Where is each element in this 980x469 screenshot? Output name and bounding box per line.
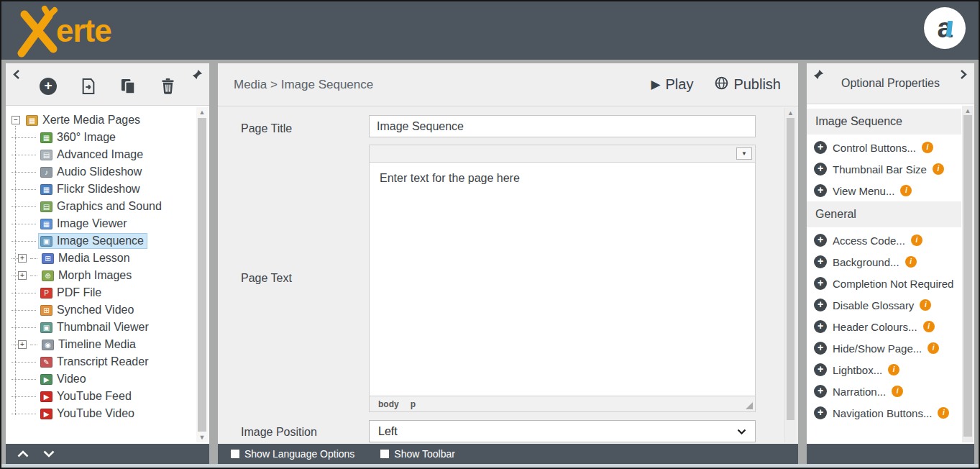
tree-item-image-viewer[interactable]: ▦Image Viewer — [12, 215, 191, 232]
tree-expand-icon[interactable]: + — [18, 340, 27, 349]
collapse-right-icon[interactable] — [959, 69, 968, 82]
tree-item-timeline-media[interactable]: +◉Timeline Media — [12, 336, 191, 353]
publish-button[interactable]: Publish — [715, 76, 781, 94]
tree-item-360-image[interactable]: ▦360° Image — [12, 129, 191, 146]
apereo-logo[interactable]: a — [924, 7, 966, 49]
tree-item-video[interactable]: ▶Video — [12, 370, 191, 388]
page-text-label: Page Text — [241, 272, 292, 285]
tree-item-pdf-file[interactable]: PPDF File — [12, 284, 191, 301]
audio-slideshow-icon: ♪ — [40, 167, 52, 178]
info-icon[interactable]: i — [923, 321, 935, 332]
property-item-disable-glossary[interactable]: +Disable Glossaryi — [807, 294, 974, 316]
play-button[interactable]: ▶ Play — [651, 76, 693, 93]
editor-scrollbar[interactable]: ▲ — [784, 108, 796, 442]
tree-item-label: Timeline Media — [58, 338, 136, 351]
tree-item-synched-video[interactable]: ⊞Synched Video — [12, 301, 191, 319]
tree-item-transcript-reader[interactable]: ✎Transcript Reader — [12, 353, 191, 370]
tree-item-graphics-and-sound[interactable]: ▤Graphics and Sound — [12, 198, 191, 215]
tree-item-audio-slideshow[interactable]: ♪Audio Slideshow — [12, 163, 191, 181]
tree-item-image-sequence[interactable]: ▣Image Sequence — [12, 232, 191, 250]
scrollbar-thumb[interactable] — [787, 118, 794, 420]
properties-scrollbar[interactable]: ▲ — [962, 106, 974, 442]
show-language-options-checkbox[interactable]: Show Language Options — [231, 448, 354, 460]
info-icon[interactable]: i — [905, 256, 917, 268]
property-item-control-buttons[interactable]: +Control Buttons...i — [807, 137, 974, 158]
scroll-up-icon[interactable]: ▲ — [196, 108, 208, 117]
property-item-navigation-buttons[interactable]: +Navigation Buttons...i — [807, 402, 974, 424]
tree-guide-line — [12, 310, 36, 311]
property-item-background[interactable]: +Background...i — [807, 251, 974, 273]
pin-icon[interactable] — [813, 69, 824, 83]
add-property-icon[interactable]: + — [814, 163, 827, 176]
resize-handle-icon[interactable] — [746, 402, 753, 409]
tree-item-youtube-video[interactable]: ▶YouTube Video — [12, 405, 191, 422]
morph-images-icon: ⊕ — [42, 270, 54, 281]
tree-expand-icon[interactable]: + — [18, 254, 27, 263]
property-label: Completion Not Required — [833, 278, 953, 290]
info-icon[interactable]: i — [911, 234, 922, 246]
tree-expand-icon[interactable]: + — [18, 271, 27, 280]
info-icon[interactable]: i — [920, 299, 931, 311]
property-item-completion-not-required[interactable]: +Completion Not Required — [807, 273, 974, 294]
delete-page-icon[interactable] — [160, 78, 175, 98]
scroll-down-icon[interactable]: ▼ — [196, 433, 208, 442]
tree-collapse-icon[interactable]: − — [12, 116, 20, 124]
scrollbar-thumb[interactable] — [963, 115, 972, 437]
add-property-icon[interactable]: + — [814, 342, 827, 355]
pin-icon[interactable] — [192, 69, 203, 83]
duplicate-page-icon[interactable] — [120, 78, 137, 98]
add-property-icon[interactable]: + — [814, 299, 827, 311]
tree-item-media-lesson[interactable]: +⊞Media Lesson — [12, 250, 191, 267]
property-item-narration[interactable]: +Narration...i — [807, 381, 974, 402]
add-property-icon[interactable]: + — [814, 277, 827, 290]
info-icon[interactable]: i — [922, 142, 933, 153]
add-property-icon[interactable]: + — [814, 385, 827, 398]
collapse-left-icon[interactable] — [12, 69, 21, 82]
tree-guide-line — [12, 155, 36, 155]
scrollbar-thumb[interactable] — [198, 118, 206, 432]
page-text-area[interactable]: Enter text for the page here — [369, 163, 756, 396]
move-up-icon[interactable] — [17, 447, 29, 460]
element-path-body[interactable]: body — [378, 399, 399, 409]
info-icon[interactable]: i — [900, 185, 912, 196]
property-item-view-menu[interactable]: +View Menu...i — [807, 180, 974, 201]
info-icon[interactable]: i — [938, 407, 949, 419]
import-page-icon[interactable] — [81, 78, 96, 98]
property-item-access-code[interactable]: +Access Code...i — [807, 229, 974, 251]
add-property-icon[interactable]: + — [814, 363, 827, 376]
property-item-lightbox[interactable]: +Lightbox...i — [807, 359, 974, 381]
tree-item-flickr-slideshow[interactable]: ▦Flickr Slideshow — [12, 181, 191, 198]
optional-properties-panel: Optional Properties Image Sequence+Contr… — [807, 63, 974, 464]
info-icon[interactable]: i — [888, 364, 899, 375]
tree-item-advanced-image[interactable]: ▤Advanced Image — [12, 146, 191, 163]
add-property-icon[interactable]: + — [814, 234, 827, 247]
property-item-hide-show-page[interactable]: +Hide/Show Page...i — [807, 337, 974, 359]
tree-scrollbar[interactable]: ▲ ▼ — [196, 107, 208, 442]
tree-item-label: Advanced Image — [57, 148, 143, 161]
scroll-up-icon[interactable]: ▲ — [785, 109, 796, 117]
show-toolbar-checkbox[interactable]: Show Toolbar — [380, 448, 455, 460]
element-path-p[interactable]: p — [411, 399, 416, 409]
page-title-input[interactable] — [369, 115, 756, 137]
move-down-icon[interactable] — [43, 447, 55, 460]
property-item-header-colours[interactable]: +Header Colours...i — [807, 316, 974, 337]
add-property-icon[interactable]: + — [814, 320, 827, 333]
tree-item-youtube-feed[interactable]: ▶YouTube Feed — [12, 388, 191, 405]
info-icon[interactable]: i — [892, 386, 903, 397]
scroll-up-icon[interactable]: ▲ — [962, 106, 974, 115]
tree-item-xerte-media-pages[interactable]: −▦Xerte Media Pages — [12, 111, 191, 129]
add-property-icon[interactable]: + — [814, 141, 827, 154]
add-property-icon[interactable]: + — [814, 406, 827, 419]
tree-item-label: PDF File — [57, 286, 101, 299]
toolbar-expand-icon[interactable]: ▼ — [736, 147, 752, 160]
tree-item-morph-images[interactable]: +⊕Morph Images — [12, 267, 191, 284]
info-icon[interactable]: i — [933, 163, 944, 175]
add-property-icon[interactable]: + — [814, 255, 827, 268]
image-position-select[interactable]: Left — [369, 420, 756, 442]
info-icon[interactable]: i — [928, 342, 939, 354]
tree-item-thumbnail-viewer[interactable]: ▣Thumbnail Viewer — [12, 319, 191, 336]
tree-item-label: YouTube Video — [57, 407, 134, 420]
add-property-icon[interactable]: + — [814, 184, 827, 197]
add-page-icon[interactable]: + — [40, 78, 57, 95]
property-item-thumbnail-bar-size[interactable]: +Thumbnail Bar Sizei — [807, 158, 974, 180]
